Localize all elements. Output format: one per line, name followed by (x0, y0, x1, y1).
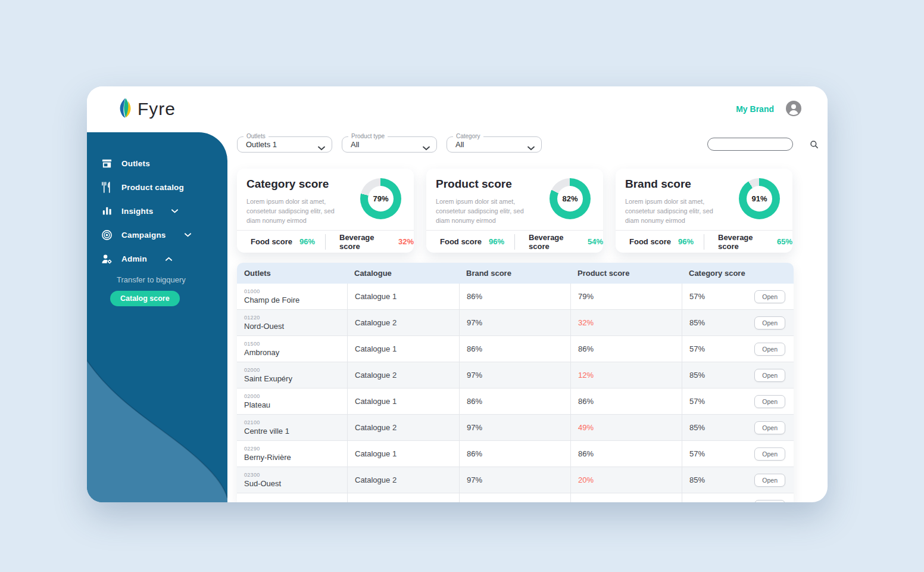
beverage-score-metric: Beverage score 54% (515, 233, 603, 251)
outlet-cell: 02000 Plateau (237, 388, 347, 414)
outlets-table: Outlets Catalogue Brand score Product sc… (237, 263, 794, 502)
food-score-label: Food score (629, 237, 671, 246)
user-gear-icon (101, 253, 113, 265)
product-score-cell: 32% (570, 310, 682, 335)
outlet-cell: 02300 Sud-Ouest (237, 467, 347, 493)
table-row: 02290 Berny-Rivière Catalogue 1 86% 86% … (237, 441, 794, 467)
outlet-id: 01500 (244, 341, 260, 347)
brand-score-cell: 97% (459, 310, 570, 335)
category-score-value: 85% (689, 371, 705, 380)
chevron-down-icon (185, 233, 191, 237)
category-score-cell: 85% Open (682, 415, 794, 440)
chevron-down-icon (318, 142, 325, 153)
outlet-name: Nord-Ouest (244, 322, 284, 331)
donut-value: 79% (368, 186, 394, 212)
outlet-name: Centre ville 1 (244, 427, 289, 436)
open-button[interactable]: Open (754, 500, 785, 503)
brand-score-card: Brand score Lorem ipsum dolor sit amet, … (616, 169, 792, 253)
table-row: 01000 Champ de Foire Catalogue 1 86% 79%… (237, 284, 794, 310)
sidebar-subitem-transfer-to-bigquery[interactable]: Transfer to bigquery (87, 272, 227, 287)
food-score-value: 96% (489, 237, 504, 246)
outlet-id: 02100 (244, 419, 260, 425)
utensils-icon (101, 182, 113, 193)
outlets-dropdown[interactable]: Outlets Outlets 1 (237, 136, 332, 153)
beverage-score-metric: Beverage score 65% (704, 233, 792, 251)
table-row: 01500 Ambronay Catalogue 1 86% 86% 57% O… (237, 336, 794, 362)
table-row: 02300 Sud-Ouest Catalogue 2 97% 20% 85% … (237, 467, 794, 493)
chevron-down-icon (527, 142, 535, 153)
food-score-metric: Food score 96% (616, 237, 704, 246)
open-button[interactable]: Open (754, 447, 785, 461)
product-score-cell: 86% (570, 441, 682, 467)
brand-score-cell (459, 493, 570, 502)
catalogue-cell (347, 493, 459, 502)
sidebar-item-product-catalog[interactable]: Product catalog (87, 175, 227, 199)
category-score-cell: 85% Open (682, 362, 794, 388)
card-description: Lorem ipsum dolor sit amet, consetetur s… (436, 197, 538, 226)
category-score-value: 85% (689, 475, 705, 484)
outlet-name: Berny-Rivière (244, 453, 291, 462)
category-dropdown[interactable]: Category All (447, 136, 542, 153)
open-button[interactable]: Open (754, 290, 785, 303)
column-header-outlets: Outlets (237, 269, 347, 278)
beverage-score-label: Beverage score (339, 233, 391, 251)
beverage-score-label: Beverage score (529, 233, 580, 251)
brand-score-cell: 97% (459, 415, 570, 440)
open-button[interactable]: Open (754, 395, 785, 408)
sidebar-item-campaigns[interactable]: Campaigns (87, 223, 227, 247)
product-score-donut-chart: 82% (550, 178, 591, 219)
catalogue-cell: Catalogue 1 (347, 388, 459, 414)
category-score-value: 57% (689, 292, 705, 301)
category-score-cell: 57% Open (682, 336, 794, 362)
product-type-dropdown[interactable]: Product type All (342, 136, 437, 153)
open-button[interactable]: Open (754, 316, 785, 329)
user-avatar[interactable] (786, 101, 801, 116)
catalogue-cell: Catalogue 2 (347, 310, 459, 335)
sidebar-decorative-curve (87, 346, 227, 502)
category-score-value: 57% (689, 449, 705, 458)
table-header: Outlets Catalogue Brand score Product sc… (237, 263, 794, 284)
sidebar-item-admin[interactable]: Admin (87, 247, 227, 271)
sidebar-item-label: Product catalog (121, 183, 184, 192)
beverage-score-value: 32% (398, 237, 414, 246)
open-button[interactable]: Open (754, 343, 785, 356)
outlet-cell: 02000 Saint Exupéry (237, 362, 347, 388)
beverage-score-label: Beverage score (718, 233, 770, 251)
outlet-cell: 01220 Nord-Ouest (237, 310, 347, 335)
outlet-id: 02000 (244, 367, 260, 373)
open-button[interactable]: Open (754, 421, 785, 434)
outlet-cell: 02290 Berny-Rivière (237, 441, 347, 467)
sidebar-item-outlets[interactable]: Outlets (87, 151, 227, 175)
outlet-name: Plateau (244, 400, 270, 409)
outlet-name: Ambronay (244, 348, 279, 357)
sidebar-item-label: Insights (121, 207, 153, 216)
column-header-brand-score: Brand score (459, 269, 570, 278)
column-header-category-score: Category score (682, 269, 794, 278)
table-row: 01220 Nord-Ouest Catalogue 2 97% 32% 85%… (237, 310, 794, 336)
category-score-value: 57% (689, 397, 705, 406)
category-score-value: 85% (689, 423, 705, 432)
search-input[interactable] (708, 138, 810, 150)
food-score-value: 96% (299, 237, 315, 246)
bar-chart-icon (101, 206, 113, 217)
outlet-name: Champ de Foire (244, 296, 299, 304)
card-footer: Food score 96% Beverage score 54% (426, 230, 603, 253)
category-score-value: 85% (689, 318, 705, 327)
chevron-down-icon (423, 142, 430, 153)
my-brand-link[interactable]: My Brand (736, 104, 774, 114)
app-window: Fyre My Brand Outle (87, 86, 828, 502)
product-type-dropdown-label: Product type (348, 133, 388, 139)
brand-score-cell: 86% (459, 284, 570, 309)
open-button[interactable]: Open (754, 474, 785, 487)
outlet-id: 02000 (244, 393, 260, 399)
product-score-cell: 12% (570, 362, 682, 388)
sidebar-subitem-catalog-score-active[interactable]: Catalog score (110, 291, 180, 306)
score-cards: Category score Lorem ipsum dolor sit ame… (237, 169, 792, 253)
open-button[interactable]: Open (754, 369, 785, 382)
food-score-metric: Food score 96% (237, 237, 325, 246)
sidebar-item-insights[interactable]: Insights (87, 199, 227, 223)
brand-score-cell: 97% (459, 362, 570, 388)
search-icon[interactable] (810, 140, 819, 149)
outlet-cell: 01500 Ambronay (237, 336, 347, 362)
brand-score-cell: 86% (459, 441, 570, 467)
